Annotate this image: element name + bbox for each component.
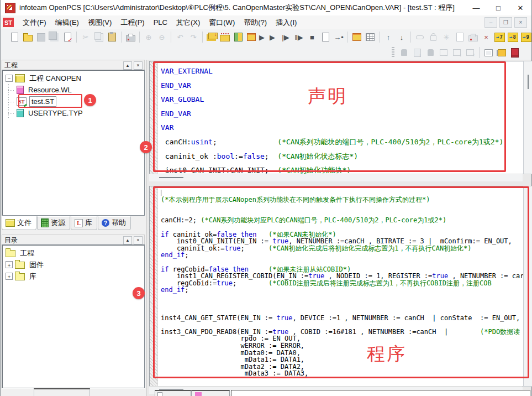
menu-item-2[interactable]: 视图(V) xyxy=(83,17,116,28)
code-line xyxy=(161,301,523,308)
tree-item-usertype-typ[interactable]: USERTYPE.TYP xyxy=(2,107,144,119)
copy-button xyxy=(92,30,106,44)
goto-7-button[interactable]: 7 xyxy=(493,30,506,44)
print-button[interactable] xyxy=(124,30,137,44)
block-step-down-icon xyxy=(453,49,461,56)
program-editor[interactable]: (*本示例程序用于展示CANopen系列功能块在不同的触发条件下执行不同操作方式… xyxy=(149,186,524,387)
tree-expander[interactable]: + xyxy=(6,261,13,268)
tree-item--[interactable]: +库 xyxy=(2,270,144,282)
memory-window-button[interactable] xyxy=(350,30,364,44)
menu-item-1[interactable]: 编辑(E) xyxy=(51,17,83,28)
panel-tab-files[interactable]: 文件 xyxy=(2,216,36,230)
catalog-panel-pin-button[interactable]: ▴ xyxy=(123,236,132,244)
cross-reference-button[interactable]: × xyxy=(480,30,493,44)
goto-9-button[interactable]: 9 xyxy=(519,30,532,44)
project-panel-close-button[interactable]: × xyxy=(134,61,143,70)
mdi-window-controls: – ❐ × xyxy=(484,17,527,28)
tree-item-resource-wl[interactable]: Resource.WL xyxy=(2,84,144,96)
print-icon xyxy=(126,35,135,41)
code-segment: := xyxy=(234,152,243,160)
code-segment: , COBID :=16#181 , NETNUMBER :=canCH | xyxy=(288,328,480,336)
declaration-horizontal-scrollbar[interactable] xyxy=(149,174,523,181)
goto-8-button[interactable]: 8 xyxy=(506,30,519,44)
panel-tab-lib[interactable]: L库 xyxy=(71,216,97,230)
menu-item-0[interactable]: 文件(F) xyxy=(18,17,51,28)
scrollbar-thumb[interactable] xyxy=(528,75,529,89)
open-file-button[interactable] xyxy=(21,30,34,44)
scrollbar-thumb[interactable] xyxy=(159,177,183,178)
tree-item-label: 工程 CANOPEN xyxy=(28,73,83,84)
catalog-panel-close-button[interactable]: × xyxy=(134,236,143,244)
tree-expander[interactable]: + xyxy=(6,273,13,280)
source-doc-button[interactable] xyxy=(319,30,332,44)
tree-item--canopen[interactable]: −工程 CANOPEN xyxy=(2,72,144,84)
lock-button xyxy=(426,30,440,44)
step-into-button[interactable]: →• xyxy=(332,30,345,44)
code-segment: VAR_GLOBAL xyxy=(161,95,204,103)
menu-item-7[interactable]: 帮助(?) xyxy=(239,17,271,28)
mdi-minimize-button[interactable]: – xyxy=(484,17,497,28)
menu-item-5[interactable]: 其它(X) xyxy=(172,17,204,28)
move-down-button[interactable]: ↓ xyxy=(395,30,408,44)
io-plug-button[interactable] xyxy=(495,46,508,59)
program-vertical-scrollbar[interactable] xyxy=(523,186,532,387)
login-key-button xyxy=(413,30,426,44)
settings-gear-button: ✳ xyxy=(440,30,453,44)
catalog-tree: 工程+固件+库 xyxy=(2,245,144,282)
panel-tab-res[interactable]: 资源 xyxy=(37,216,70,230)
tree-expander[interactable]: − xyxy=(6,75,13,82)
code-line: end_if; xyxy=(161,252,523,259)
tree-item--[interactable]: +固件 xyxy=(2,259,144,270)
panel-tab-help[interactable]: ?帮助 xyxy=(98,216,131,230)
resource-view-button[interactable] xyxy=(231,30,245,44)
multi-cycle-button[interactable]: ‖▶ xyxy=(292,30,305,44)
tree-item--[interactable]: 工程 xyxy=(2,247,144,259)
paste-button[interactable] xyxy=(106,30,119,44)
watch-view-button[interactable] xyxy=(245,30,258,44)
declaration-editor[interactable]: VAR_EXTERNALEND_VARVAR_GLOBALEND_VARVAR … xyxy=(149,61,524,174)
title-bar: infoteam OpenPCS [C:\Users\Administrator… xyxy=(1,0,531,16)
save-check-button[interactable] xyxy=(61,30,74,44)
run-button[interactable]: ▶ xyxy=(266,30,279,44)
minimize-button[interactable]: — xyxy=(465,0,487,15)
declaration-vertical-scrollbar[interactable] xyxy=(523,61,532,174)
menu-item-3[interactable]: 工程(P) xyxy=(116,17,149,28)
maximize-button[interactable]: □ xyxy=(487,0,509,15)
source-doc-icon xyxy=(322,33,329,41)
menu-item-6[interactable]: 窗口(W) xyxy=(204,17,239,28)
close-button[interactable]: ✕ xyxy=(509,0,531,15)
save-all-button xyxy=(48,30,61,44)
build-button[interactable] xyxy=(205,30,218,44)
code-line: VAR xyxy=(161,121,523,135)
block-view-button[interactable] xyxy=(482,46,495,59)
cut-button: ✂ xyxy=(79,30,92,44)
block-step-right-button xyxy=(437,46,450,59)
single-cycle-button[interactable]: |▶ xyxy=(279,30,292,44)
download-doc-icon xyxy=(414,49,421,57)
project-panel-pin-button[interactable]: ▴ xyxy=(123,61,132,70)
new-file-icon xyxy=(11,33,18,41)
code-segment: mData3 := DATA3, xyxy=(161,369,308,377)
menu-item-8[interactable]: 插入(I) xyxy=(271,17,301,28)
overflow-button[interactable]: ▶ xyxy=(258,30,266,44)
block-step-up-icon xyxy=(466,49,474,56)
menu-item-4[interactable]: PLC xyxy=(149,17,172,28)
declaration-code[interactable]: VAR_EXTERNALEND_VARVAR_GLOBALEND_VARVAR … xyxy=(158,61,523,174)
grid-window-button[interactable] xyxy=(364,30,377,44)
new-file-button[interactable] xyxy=(8,30,21,44)
mdi-restore-button[interactable]: ❐ xyxy=(499,17,512,28)
tree-item-label: Resource.WL xyxy=(27,85,73,95)
move-up-button[interactable]: ↑ xyxy=(382,30,395,44)
rebuild-all-button[interactable] xyxy=(218,30,231,44)
program-code[interactable]: (*本示例程序用于展示CANopen系列功能块在不同的触发条件下执行不同操作方式… xyxy=(158,186,523,386)
code-segment: VAR xyxy=(161,123,173,132)
project-panel-tabs: 文件资源L库?帮助 xyxy=(2,216,131,231)
app-icon xyxy=(5,3,15,13)
tree-item-test-st[interactable]: STtest.ST xyxy=(2,96,144,107)
catalog-panel-title: 目录 xyxy=(4,236,18,245)
stop-button[interactable]: ■ xyxy=(305,30,319,44)
mdi-close-button[interactable]: × xyxy=(514,17,527,28)
code-segment: true xyxy=(217,279,233,287)
clipped-bottom-tab xyxy=(34,388,90,396)
manual-book-button[interactable] xyxy=(508,46,522,59)
